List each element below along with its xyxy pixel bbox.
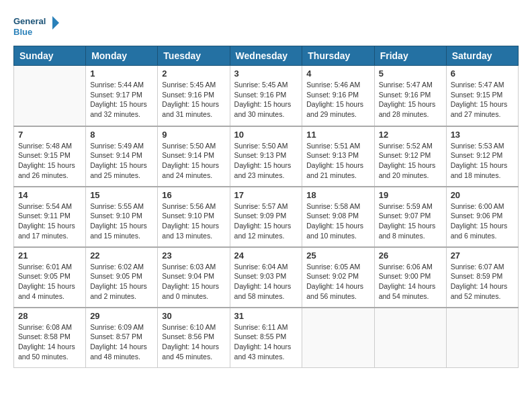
calendar-cell: 3Sunrise: 5:45 AM Sunset: 9:16 PM Daylig… [230, 66, 302, 126]
day-info: Sunrise: 5:56 AM Sunset: 9:10 PM Dayligh… [162, 201, 225, 241]
calendar-cell: 31Sunrise: 6:11 AM Sunset: 8:55 PM Dayli… [230, 308, 302, 368]
calendar-cell [302, 308, 374, 368]
calendar-cell: 16Sunrise: 5:56 AM Sunset: 9:10 PM Dayli… [158, 187, 230, 247]
weekday-header-row: SundayMondayTuesdayWednesdayThursdayFrid… [14, 46, 519, 66]
day-info: Sunrise: 6:03 AM Sunset: 9:04 PM Dayligh… [162, 262, 225, 302]
day-number: 28 [18, 311, 81, 321]
svg-marker-2 [52, 16, 59, 30]
day-number: 8 [90, 130, 153, 140]
day-number: 9 [162, 130, 225, 140]
calendar-cell: 19Sunrise: 5:59 AM Sunset: 9:07 PM Dayli… [374, 187, 446, 247]
day-number: 19 [379, 190, 442, 200]
calendar-cell: 7Sunrise: 5:48 AM Sunset: 9:15 PM Daylig… [14, 126, 86, 187]
weekday-header-sunday: Sunday [14, 46, 86, 66]
calendar-week-row: 1Sunrise: 5:44 AM Sunset: 9:17 PM Daylig… [14, 66, 519, 126]
weekday-header-monday: Monday [86, 46, 158, 66]
day-info: Sunrise: 6:08 AM Sunset: 8:58 PM Dayligh… [18, 322, 81, 362]
weekday-header-thursday: Thursday [302, 46, 374, 66]
day-number: 12 [379, 130, 442, 140]
day-number: 17 [234, 190, 298, 200]
calendar-cell: 15Sunrise: 5:55 AM Sunset: 9:10 PM Dayli… [86, 187, 158, 247]
day-info: Sunrise: 6:07 AM Sunset: 8:59 PM Dayligh… [451, 262, 514, 302]
day-info: Sunrise: 6:02 AM Sunset: 9:05 PM Dayligh… [90, 262, 153, 302]
day-number: 27 [451, 250, 514, 261]
day-info: Sunrise: 5:59 AM Sunset: 9:07 PM Dayligh… [379, 201, 442, 241]
day-info: Sunrise: 5:53 AM Sunset: 9:12 PM Dayligh… [451, 141, 514, 181]
day-number: 6 [451, 68, 514, 79]
day-info: Sunrise: 6:10 AM Sunset: 8:56 PM Dayligh… [162, 322, 225, 362]
calendar-cell: 24Sunrise: 6:04 AM Sunset: 9:03 PM Dayli… [230, 247, 302, 308]
day-info: Sunrise: 6:06 AM Sunset: 9:00 PM Dayligh… [379, 262, 442, 302]
weekday-header-tuesday: Tuesday [158, 46, 230, 66]
day-info: Sunrise: 6:11 AM Sunset: 8:55 PM Dayligh… [234, 322, 298, 362]
calendar-cell: 11Sunrise: 5:51 AM Sunset: 9:13 PM Dayli… [302, 126, 374, 187]
weekday-header-saturday: Saturday [446, 46, 518, 66]
calendar-cell: 10Sunrise: 5:50 AM Sunset: 9:13 PM Dayli… [230, 126, 302, 187]
calendar-cell: 22Sunrise: 6:02 AM Sunset: 9:05 PM Dayli… [86, 247, 158, 308]
calendar-cell: 4Sunrise: 5:46 AM Sunset: 9:16 PM Daylig… [302, 66, 374, 126]
day-number: 29 [90, 311, 153, 321]
page-header: General Blue [13, 13, 519, 40]
day-number: 30 [162, 311, 225, 321]
calendar-cell [14, 66, 86, 126]
day-info: Sunrise: 5:47 AM Sunset: 9:15 PM Dayligh… [451, 80, 514, 120]
day-number: 26 [379, 250, 442, 261]
calendar-cell: 30Sunrise: 6:10 AM Sunset: 8:56 PM Dayli… [158, 308, 230, 368]
day-info: Sunrise: 5:45 AM Sunset: 9:16 PM Dayligh… [234, 80, 298, 120]
day-number: 1 [90, 68, 153, 79]
day-info: Sunrise: 5:58 AM Sunset: 9:08 PM Dayligh… [306, 201, 369, 241]
calendar-cell: 1Sunrise: 5:44 AM Sunset: 9:17 PM Daylig… [86, 66, 158, 126]
calendar-cell: 29Sunrise: 6:09 AM Sunset: 8:57 PM Dayli… [86, 308, 158, 368]
calendar-cell: 20Sunrise: 6:00 AM Sunset: 9:06 PM Dayli… [446, 187, 518, 247]
day-info: Sunrise: 5:48 AM Sunset: 9:15 PM Dayligh… [18, 141, 81, 181]
calendar-cell: 2Sunrise: 5:45 AM Sunset: 9:16 PM Daylig… [158, 66, 230, 126]
calendar-cell: 23Sunrise: 6:03 AM Sunset: 9:04 PM Dayli… [158, 247, 230, 308]
day-info: Sunrise: 6:05 AM Sunset: 9:02 PM Dayligh… [306, 262, 369, 302]
calendar-cell: 5Sunrise: 5:47 AM Sunset: 9:16 PM Daylig… [374, 66, 446, 126]
day-number: 14 [18, 190, 81, 200]
calendar-cell: 18Sunrise: 5:58 AM Sunset: 9:08 PM Dayli… [302, 187, 374, 247]
calendar-cell: 14Sunrise: 5:54 AM Sunset: 9:11 PM Dayli… [14, 187, 86, 247]
day-info: Sunrise: 5:55 AM Sunset: 9:10 PM Dayligh… [90, 201, 153, 241]
day-number: 16 [162, 190, 225, 200]
day-info: Sunrise: 5:46 AM Sunset: 9:16 PM Dayligh… [306, 80, 369, 120]
calendar-cell: 26Sunrise: 6:06 AM Sunset: 9:00 PM Dayli… [374, 247, 446, 308]
logo: General Blue [13, 13, 60, 40]
weekday-header-friday: Friday [374, 46, 446, 66]
calendar-cell: 8Sunrise: 5:49 AM Sunset: 9:14 PM Daylig… [86, 126, 158, 187]
day-info: Sunrise: 5:52 AM Sunset: 9:12 PM Dayligh… [379, 141, 442, 181]
day-info: Sunrise: 6:01 AM Sunset: 9:05 PM Dayligh… [18, 262, 81, 302]
day-info: Sunrise: 5:54 AM Sunset: 9:11 PM Dayligh… [18, 201, 81, 241]
calendar-cell: 28Sunrise: 6:08 AM Sunset: 8:58 PM Dayli… [14, 308, 86, 368]
day-info: Sunrise: 5:49 AM Sunset: 9:14 PM Dayligh… [90, 141, 153, 181]
logo-svg: General Blue [13, 13, 60, 40]
calendar-week-row: 21Sunrise: 6:01 AM Sunset: 9:05 PM Dayli… [14, 247, 519, 308]
day-number: 4 [306, 68, 369, 79]
day-number: 22 [90, 250, 153, 261]
day-number: 2 [162, 68, 225, 79]
calendar-week-row: 28Sunrise: 6:08 AM Sunset: 8:58 PM Dayli… [14, 308, 519, 368]
day-number: 15 [90, 190, 153, 200]
calendar-cell: 27Sunrise: 6:07 AM Sunset: 8:59 PM Dayli… [446, 247, 518, 308]
calendar-cell [446, 308, 518, 368]
day-info: Sunrise: 6:00 AM Sunset: 9:06 PM Dayligh… [451, 201, 514, 241]
calendar-cell: 21Sunrise: 6:01 AM Sunset: 9:05 PM Dayli… [14, 247, 86, 308]
calendar-cell: 25Sunrise: 6:05 AM Sunset: 9:02 PM Dayli… [302, 247, 374, 308]
day-info: Sunrise: 6:09 AM Sunset: 8:57 PM Dayligh… [90, 322, 153, 362]
calendar-week-row: 14Sunrise: 5:54 AM Sunset: 9:11 PM Dayli… [14, 187, 519, 247]
day-number: 11 [306, 130, 369, 140]
calendar-cell: 17Sunrise: 5:57 AM Sunset: 9:09 PM Dayli… [230, 187, 302, 247]
calendar-cell: 9Sunrise: 5:50 AM Sunset: 9:14 PM Daylig… [158, 126, 230, 187]
day-info: Sunrise: 5:50 AM Sunset: 9:14 PM Dayligh… [162, 141, 225, 181]
day-info: Sunrise: 5:45 AM Sunset: 9:16 PM Dayligh… [162, 80, 225, 120]
day-info: Sunrise: 5:57 AM Sunset: 9:09 PM Dayligh… [234, 201, 298, 241]
day-number: 10 [234, 130, 298, 140]
calendar-table: SundayMondayTuesdayWednesdayThursdayFrid… [13, 46, 519, 368]
calendar-cell: 13Sunrise: 5:53 AM Sunset: 9:12 PM Dayli… [446, 126, 518, 187]
day-number: 21 [18, 250, 81, 261]
svg-text:Blue: Blue [13, 27, 32, 37]
day-info: Sunrise: 6:04 AM Sunset: 9:03 PM Dayligh… [234, 262, 298, 302]
calendar-cell: 12Sunrise: 5:52 AM Sunset: 9:12 PM Dayli… [374, 126, 446, 187]
calendar-cell: 6Sunrise: 5:47 AM Sunset: 9:15 PM Daylig… [446, 66, 518, 126]
day-number: 31 [234, 311, 298, 321]
